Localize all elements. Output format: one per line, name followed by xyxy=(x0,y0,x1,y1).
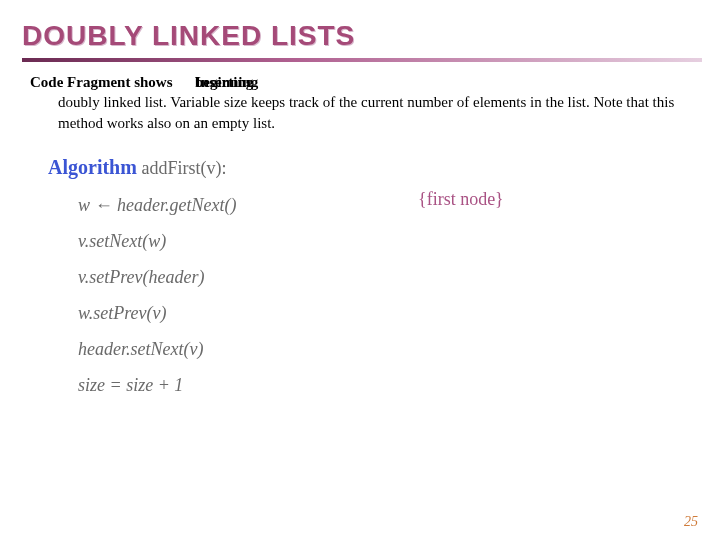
algo-line-0: w ← header.getNext() xyxy=(78,187,700,223)
algo-line-4: header.setNext(v) xyxy=(78,331,700,367)
algo-line-3: w.setPrev(v) xyxy=(78,295,700,331)
overlapping-text: Inserting beginning xyxy=(195,72,260,87)
algorithm-keyword: Algorithm xyxy=(48,156,137,178)
slide: DOUBLY LINKED LISTS Code Fragment shows … xyxy=(0,0,720,540)
body-paragraph: Code Fragment shows Inserting beginning … xyxy=(30,72,690,133)
algo-line-1: v.setNext(w) xyxy=(78,223,700,259)
body-lead: Code Fragment shows xyxy=(30,74,173,90)
overlap-word-2: beginning xyxy=(195,72,258,92)
slide-title: DOUBLY LINKED LISTS xyxy=(22,20,700,52)
page-number: 25 xyxy=(684,514,698,530)
body-rest: doubly linked list. Variable size keeps … xyxy=(58,92,690,133)
title-underline xyxy=(22,58,702,62)
algorithm-name: addFirst(v): xyxy=(137,158,227,178)
algo-line-5: size = size + 1 xyxy=(78,367,700,403)
algo-line-2: v.setPrev(header) xyxy=(78,259,700,295)
algorithm-comment: {first node} xyxy=(418,181,504,217)
algorithm-block: Algorithm addFirst(v): w ← header.getNex… xyxy=(48,147,700,403)
algorithm-header: Algorithm addFirst(v): xyxy=(48,147,700,187)
